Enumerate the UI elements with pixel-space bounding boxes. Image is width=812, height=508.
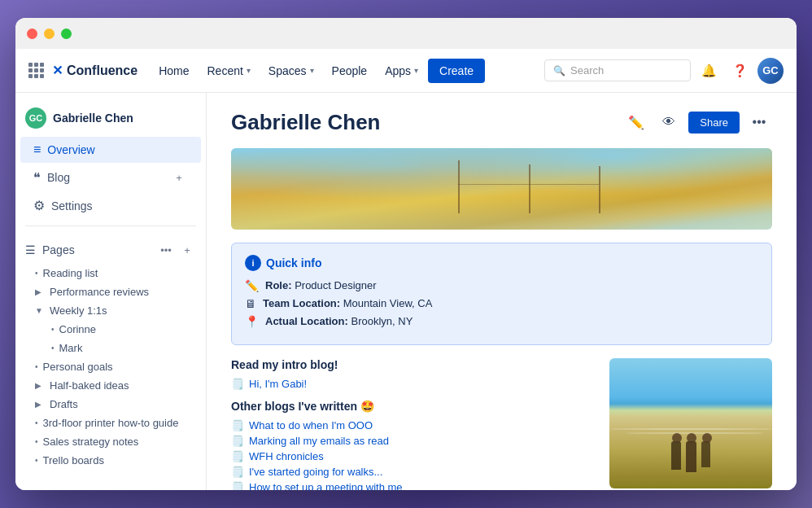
tree-item-mark[interactable]: • Mark: [15, 339, 206, 357]
quick-info-team-location: 🖥 Team Location: Mountain View, CA: [245, 297, 758, 310]
beach-image: [609, 358, 772, 488]
notifications-button[interactable]: 🔔: [696, 58, 722, 84]
chevron-right-icon: ▶: [35, 287, 45, 296]
sidebar-item-blog[interactable]: ❝ Blog +: [20, 163, 201, 192]
fence-post: [599, 166, 600, 213]
more-options-button[interactable]: •••: [746, 109, 772, 135]
blog-link-3[interactable]: 🗒️ WFH chronicles: [231, 450, 593, 462]
bullet-icon: •: [35, 437, 38, 446]
left-column: Read my intro blog! 🗒️ Hi, I'm Gabi! Oth…: [231, 358, 593, 490]
sidebar-divider: [25, 226, 196, 226]
tree-item-label: Personal goals: [43, 361, 113, 373]
sidebar: GC Gabrielle Chen ≡ Overview ❝ Blog + ⚙ …: [15, 93, 207, 490]
page-link-icon: 🗒️: [231, 481, 244, 490]
chevron-down-icon: ▼: [35, 306, 45, 315]
blog-add-icon[interactable]: +: [170, 169, 188, 186]
fence-post: [458, 160, 460, 213]
tree-item-label: Trello boards: [43, 454, 104, 466]
blog-link-1[interactable]: 🗒️ What to do when I'm OOO: [231, 419, 593, 431]
tree-item-reading-list[interactable]: • Reading list: [15, 264, 206, 282]
sidebar-item-label: Blog: [47, 171, 70, 184]
recent-chevron-icon: ▾: [247, 66, 251, 75]
bullet-icon: •: [35, 456, 38, 465]
logo[interactable]: ✕ Confluence: [52, 63, 138, 78]
sidebar-item-overview[interactable]: ≡ Overview: [20, 137, 201, 163]
blog-link-5[interactable]: 🗒️ How to set up a meeting with me: [231, 481, 593, 490]
role-value: Product Designer: [295, 279, 376, 291]
blog-link-text: What to do when I'm OOO: [249, 419, 373, 431]
navbar: ✕ Confluence Home Recent ▾ Spaces ▾ Peop…: [15, 49, 797, 93]
nav-home[interactable]: Home: [151, 59, 197, 82]
titlebar: [15, 18, 797, 49]
nav-recent[interactable]: Recent ▾: [199, 59, 258, 82]
chevron-right-icon: ▶: [35, 400, 45, 409]
quick-info-role: ✏️ Role: Product Designer: [245, 279, 758, 292]
intro-link[interactable]: 🗒️ Hi, I'm Gabi!: [231, 378, 593, 390]
main-layout: GC Gabrielle Chen ≡ Overview ❝ Blog + ⚙ …: [15, 93, 797, 490]
tree-item-trello-boards[interactable]: • Trello boards: [15, 451, 206, 470]
nav-people[interactable]: People: [324, 59, 376, 82]
user-avatar[interactable]: GC: [757, 58, 784, 84]
maximize-button[interactable]: [61, 28, 72, 39]
page-link-icon: 🗒️: [231, 378, 244, 390]
content-area: Gabrielle Chen ✏️ 👁 Share •••: [207, 93, 797, 490]
edit-button[interactable]: ✏️: [623, 109, 649, 135]
nav-spaces[interactable]: Spaces ▾: [260, 59, 322, 82]
sidebar-item-settings[interactable]: ⚙ Settings: [20, 192, 201, 219]
tree-item-personal-goals[interactable]: • Personal goals: [15, 357, 206, 376]
tree-item-label: Mark: [59, 342, 83, 354]
help-button[interactable]: ❓: [727, 58, 753, 84]
pages-icon: ☰: [25, 243, 36, 256]
hero-image: [231, 148, 772, 230]
info-icon: i: [245, 255, 261, 271]
apps-chevron-icon: ▾: [414, 66, 418, 75]
blog-link-2[interactable]: 🗒️ Marking all my emails as read: [231, 435, 593, 447]
pages-add-button[interactable]: +: [178, 241, 196, 259]
chevron-right-icon: ▶: [35, 381, 45, 390]
fence-wire: [458, 184, 599, 185]
pages-label: Pages: [42, 243, 75, 256]
nav-items: Home Recent ▾ Spaces ▾ People Apps ▾ Cre…: [151, 59, 544, 83]
brand-name: ✕ Confluence: [52, 63, 138, 78]
sidebar-avatar: GC: [25, 107, 46, 129]
tree-item-label: Sales strategy notes: [43, 436, 139, 448]
tree-item-sales-strategy[interactable]: • Sales strategy notes: [15, 432, 206, 451]
fence-post: [529, 164, 530, 213]
tree-item-printer-guide[interactable]: • 3rd-floor printer how-to guide: [15, 414, 206, 432]
two-col-layout: Read my intro blog! 🗒️ Hi, I'm Gabi! Oth…: [231, 358, 772, 490]
spaces-chevron-icon: ▾: [310, 66, 314, 75]
quick-info-header: i Quick info: [245, 255, 758, 271]
tree-item-drafts[interactable]: ▶ Drafts: [15, 395, 206, 414]
blog-icon: ❝: [33, 170, 41, 186]
bullet-icon: •: [51, 344, 55, 353]
team-location-value: Mountain View, CA: [343, 297, 433, 309]
team-location-label: Team Location:: [263, 297, 340, 309]
page-link-icon: 🗒️: [231, 419, 244, 431]
overview-icon: ≡: [33, 142, 41, 157]
search-box[interactable]: 🔍 Search: [544, 59, 691, 81]
tree-item-half-baked-ideas[interactable]: ▶ Half-baked ideas: [15, 376, 206, 395]
computer-emoji: 🖥: [245, 297, 256, 310]
tree-item-performance-reviews[interactable]: ▶ Performance reviews: [15, 282, 206, 301]
sidebar-item-label: Settings: [51, 199, 93, 212]
pages-more-button[interactable]: •••: [157, 241, 175, 259]
tree-item-corinne[interactable]: • Corinne: [15, 320, 206, 339]
bullet-icon: •: [35, 269, 38, 278]
minimize-button[interactable]: [44, 28, 55, 39]
right-column: I have a younger brother and an older si…: [609, 358, 772, 490]
pages-actions: ••• +: [157, 241, 196, 259]
tree-item-weekly-1on1s[interactable]: ▼ Weekly 1:1s: [15, 301, 206, 320]
nav-apps[interactable]: Apps ▾: [377, 59, 426, 82]
pages-title: ☰ Pages: [25, 243, 75, 256]
share-button[interactable]: Share: [688, 112, 740, 134]
create-button[interactable]: Create: [428, 59, 485, 83]
quick-info-title: Quick info: [266, 256, 321, 269]
watch-button[interactable]: 👁: [656, 109, 682, 135]
blog-link-4[interactable]: 🗒️ I've started going for walks...: [231, 466, 593, 478]
beach-gradient: [609, 358, 772, 488]
blog-link-text: WFH chronicles: [249, 450, 324, 462]
role-label: Role:: [265, 279, 292, 291]
close-button[interactable]: [27, 28, 37, 39]
apps-grid-icon[interactable]: [28, 63, 44, 78]
tree-item-label: Performance reviews: [50, 286, 149, 298]
